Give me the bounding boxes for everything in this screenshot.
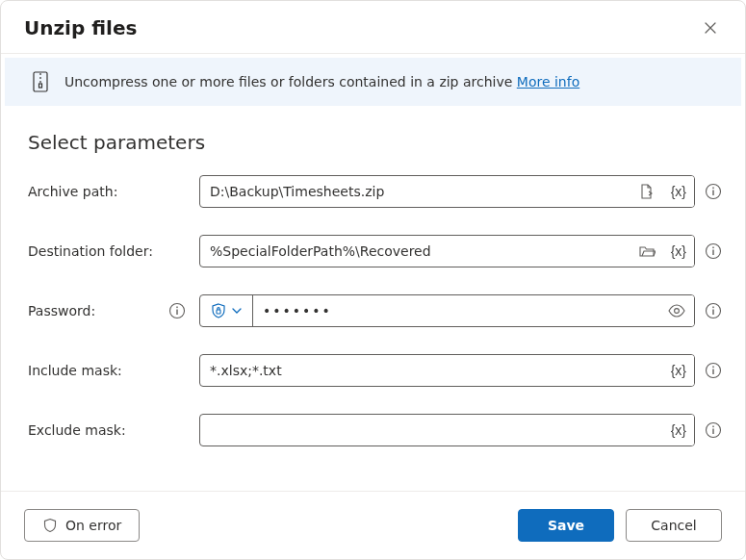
folder-open-icon	[638, 242, 656, 260]
svg-rect-9	[176, 310, 177, 316]
reveal-password-button[interactable]	[659, 295, 694, 326]
help-password[interactable]	[705, 302, 722, 319]
svg-point-12	[675, 309, 680, 314]
svg-rect-3	[712, 191, 713, 196]
close-button[interactable]	[699, 16, 722, 39]
help-include-mask[interactable]	[705, 362, 722, 379]
folder-picker-button[interactable]	[630, 236, 663, 267]
password-input[interactable]	[253, 295, 659, 326]
field-destination: {x}	[199, 235, 722, 267]
label-destination: Destination folder:	[28, 243, 199, 259]
file-picker-button[interactable]	[630, 176, 663, 207]
info-banner-message: Uncompress one or more files or folders …	[64, 74, 517, 89]
include-mask-input-group: {x}	[199, 354, 695, 387]
svg-rect-6	[712, 250, 713, 256]
label-archive-path: Archive path:	[28, 184, 199, 199]
svg-rect-18	[712, 367, 713, 369]
exclude-mask-input[interactable]	[200, 415, 663, 445]
label-password: Password:	[28, 302, 199, 319]
svg-rect-1	[39, 84, 42, 88]
dialog-body: Select parameters Archive path: {x}	[1, 106, 745, 491]
dialog-title: Unzip files	[24, 16, 137, 39]
on-error-button[interactable]: On error	[24, 509, 140, 542]
chevron-down-icon	[231, 305, 243, 317]
variable-icon: {x}	[671, 243, 686, 259]
insert-variable-button[interactable]: {x}	[663, 415, 694, 445]
row-destination: Destination folder: {x}	[28, 235, 722, 267]
shield-lock-icon	[210, 302, 227, 319]
insert-variable-button[interactable]: {x}	[663, 355, 694, 386]
svg-rect-7	[712, 247, 713, 249]
close-icon	[703, 20, 718, 36]
field-archive-path: {x}	[199, 175, 722, 208]
secret-type-dropdown[interactable]	[200, 295, 253, 326]
svg-rect-14	[712, 310, 713, 316]
archive-path-input[interactable]	[200, 176, 630, 207]
svg-rect-20	[712, 429, 713, 435]
section-title: Select parameters	[28, 131, 722, 154]
save-label: Save	[548, 518, 584, 533]
save-button[interactable]: Save	[518, 509, 614, 542]
zip-icon	[32, 71, 51, 92]
help-archive-path[interactable]	[705, 183, 722, 200]
row-password: Password:	[28, 294, 722, 327]
cancel-button[interactable]: Cancel	[626, 509, 722, 542]
svg-rect-4	[712, 188, 713, 190]
archive-path-input-group: {x}	[199, 175, 695, 208]
more-info-link[interactable]: More info	[517, 74, 579, 89]
variable-icon: {x}	[671, 184, 686, 199]
field-include-mask: {x}	[199, 354, 722, 387]
svg-rect-10	[176, 307, 177, 309]
password-input-group	[199, 294, 695, 327]
insert-variable-button[interactable]: {x}	[663, 236, 694, 267]
label-password-text: Password:	[28, 303, 95, 318]
on-error-label: On error	[65, 518, 121, 533]
row-include-mask: Include mask: {x}	[28, 354, 722, 387]
insert-variable-button[interactable]: {x}	[663, 176, 694, 207]
field-exclude-mask: {x}	[199, 414, 722, 446]
dialog-header: Unzip files	[1, 1, 745, 54]
dialog-footer: On error Save Cancel	[1, 491, 745, 559]
exclude-mask-input-group: {x}	[199, 414, 695, 446]
help-destination[interactable]	[705, 242, 722, 260]
svg-rect-11	[217, 310, 220, 314]
variable-icon: {x}	[671, 422, 686, 438]
info-banner-text: Uncompress one or more files or folders …	[64, 74, 579, 89]
shield-icon	[42, 518, 58, 533]
help-password-left[interactable]	[168, 302, 186, 319]
cancel-label: Cancel	[651, 518, 696, 533]
svg-rect-17	[712, 369, 713, 375]
file-arrow-icon	[638, 183, 656, 200]
row-archive-path: Archive path: {x}	[28, 175, 722, 208]
row-exclude-mask: Exclude mask: {x}	[28, 414, 722, 446]
include-mask-input[interactable]	[200, 355, 663, 386]
destination-input-group: {x}	[199, 235, 695, 267]
svg-rect-15	[712, 307, 713, 309]
variable-icon: {x}	[671, 363, 686, 378]
label-exclude-mask: Exclude mask:	[28, 422, 199, 438]
field-password	[199, 294, 722, 327]
info-banner: Uncompress one or more files or folders …	[5, 58, 741, 106]
help-exclude-mask[interactable]	[705, 421, 722, 439]
svg-rect-21	[712, 426, 713, 428]
destination-input[interactable]	[200, 236, 630, 267]
label-include-mask: Include mask:	[28, 363, 199, 378]
unzip-files-dialog: Unzip files Uncompress one or more files…	[0, 0, 746, 560]
eye-icon	[667, 302, 686, 319]
